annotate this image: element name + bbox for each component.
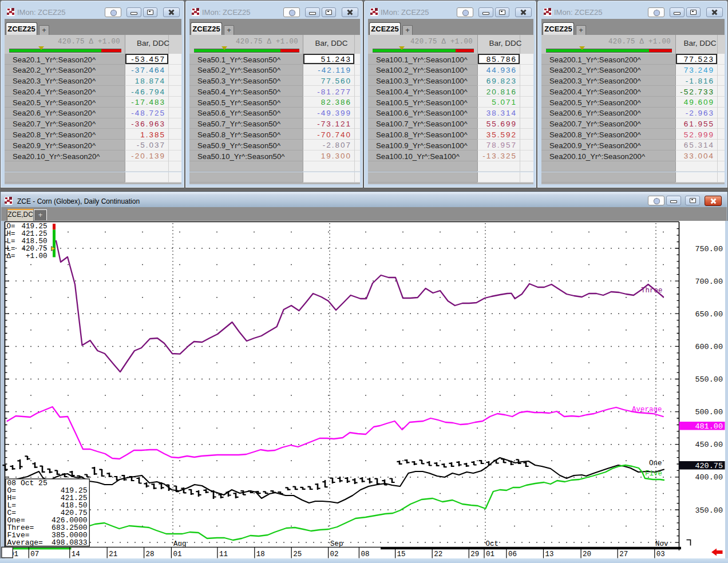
svg-text:420.75: 420.75 <box>695 462 723 470</box>
svg-text:418.50: 418.50 <box>21 237 47 245</box>
svg-text:28: 28 <box>146 550 155 558</box>
svg-text:650.00: 650.00 <box>695 310 723 319</box>
svg-text:08: 08 <box>361 550 369 558</box>
svg-text:11: 11 <box>219 550 228 558</box>
svg-text:22: 22 <box>434 550 442 558</box>
svg-text:550.00: 550.00 <box>695 375 723 384</box>
svg-text:15: 15 <box>397 550 406 558</box>
svg-text:Three: Three <box>641 287 663 295</box>
svg-text:Five: Five <box>645 470 662 478</box>
svg-text:Nov: Nov <box>655 540 668 548</box>
svg-text:07: 07 <box>30 550 39 558</box>
svg-text:Sep: Sep <box>330 540 343 548</box>
svg-text:L=: L= <box>7 237 15 245</box>
svg-text:600.00: 600.00 <box>695 343 723 351</box>
svg-text:498.0833: 498.0833 <box>52 538 87 547</box>
svg-text:Oct: Oct <box>486 540 499 548</box>
svg-text:700.00: 700.00 <box>695 277 723 286</box>
svg-text:21: 21 <box>109 550 117 558</box>
svg-text:01: 01 <box>173 550 181 558</box>
svg-text:500.00: 500.00 <box>695 408 723 417</box>
svg-text:27: 27 <box>619 550 628 558</box>
svg-text:One: One <box>649 459 662 467</box>
svg-text:Average=: Average= <box>7 538 43 547</box>
svg-text:14: 14 <box>72 550 80 558</box>
svg-text:419.25: 419.25 <box>21 223 47 231</box>
svg-text:01: 01 <box>486 550 494 558</box>
svg-text:Δ=: Δ= <box>7 252 15 260</box>
svg-text:+1.00: +1.00 <box>26 252 48 260</box>
svg-text:06: 06 <box>508 550 517 558</box>
svg-text:Aug: Aug <box>173 540 187 548</box>
svg-text:481.00: 481.00 <box>695 422 723 431</box>
svg-text:03: 03 <box>656 550 665 558</box>
svg-text:O=: O= <box>7 223 15 231</box>
svg-text:20: 20 <box>583 550 591 558</box>
svg-text:13: 13 <box>545 550 554 558</box>
svg-text:421.25: 421.25 <box>21 230 47 238</box>
svg-text:H=: H= <box>7 230 15 238</box>
svg-text:420.75: 420.75 <box>21 245 47 253</box>
svg-text:25: 25 <box>293 550 302 558</box>
svg-text:02: 02 <box>330 550 339 558</box>
svg-text:L=: L= <box>7 245 15 253</box>
svg-text:Average: Average <box>632 406 662 414</box>
svg-text:450.00: 450.00 <box>695 441 723 449</box>
svg-text:750.00: 750.00 <box>695 245 723 253</box>
svg-text:350.00: 350.00 <box>695 506 723 515</box>
svg-text:29: 29 <box>470 550 479 558</box>
svg-text:18: 18 <box>256 550 265 558</box>
svg-text:400.00: 400.00 <box>695 473 723 482</box>
